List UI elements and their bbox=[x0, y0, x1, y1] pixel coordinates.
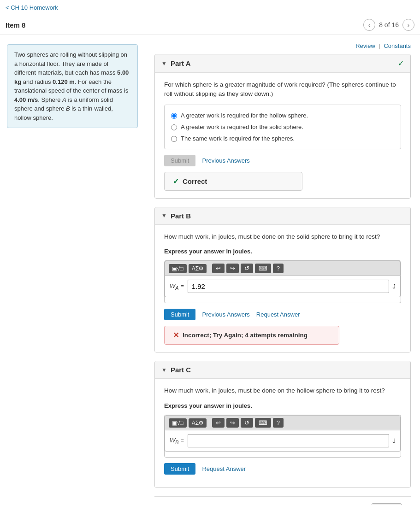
problem-description: Two spheres are rolling without slipping… bbox=[7, 44, 138, 128]
part-a-radio-2[interactable] bbox=[171, 136, 177, 142]
part-a-radio-0[interactable] bbox=[171, 113, 177, 119]
part-a-option-1-label: A greater work is required for the solid… bbox=[181, 123, 303, 130]
part-c-redo-button[interactable]: ↪ bbox=[226, 418, 239, 428]
part-a-title: Part A bbox=[171, 59, 191, 67]
part-b-math-btn-2[interactable]: ΑΣΦ bbox=[189, 264, 207, 273]
item-label: Item 8 bbox=[6, 21, 25, 29]
part-b-input-field[interactable] bbox=[188, 280, 389, 293]
part-b-math-btn-1[interactable]: ▣√□ bbox=[169, 264, 187, 273]
part-c-title: Part C bbox=[171, 366, 191, 374]
part-a-option-0-label: A greater work is required for the hollo… bbox=[181, 112, 308, 119]
part-b-redo-button[interactable]: ↪ bbox=[226, 264, 239, 273]
page-footer: Provide Feedback Next › bbox=[154, 496, 411, 505]
part-b-submit-button[interactable]: Submit bbox=[164, 309, 195, 320]
part-c-instruction: Express your answer in joules. bbox=[164, 401, 401, 411]
part-a-option-2-label: The same work is required for the sphere… bbox=[181, 135, 295, 142]
part-a-option-1[interactable]: A greater work is required for the solid… bbox=[171, 121, 394, 133]
part-b-keyboard-button[interactable]: ⌨ bbox=[255, 264, 271, 273]
prev-nav-button[interactable]: ‹ bbox=[363, 19, 375, 31]
part-a-options: A greater work is required for the hollo… bbox=[164, 105, 401, 149]
part-b-input-block: ▣√□ ΑΣΦ ↩ ↪ ↺ ⌨ ? WA = J bbox=[164, 260, 401, 303]
part-a-question: For which sphere is a greater magnitude … bbox=[164, 80, 401, 99]
part-c-request-answer-link[interactable]: Request Answer bbox=[202, 465, 246, 472]
constants-link[interactable]: Constants bbox=[384, 42, 411, 49]
part-c-section: ▼ Part C How much work, in joules, must … bbox=[154, 361, 411, 488]
part-b-feedback-text: Incorrect; Try Again; 4 attempts remaini… bbox=[183, 332, 308, 339]
part-c-input-block: ▣√□ ΑΣΦ ↩ ↪ ↺ ⌨ ? WB = J bbox=[164, 415, 401, 458]
part-c-submit-button[interactable]: Submit bbox=[164, 463, 195, 475]
part-a-previous-answers-link[interactable]: Previous Answers bbox=[202, 157, 249, 164]
part-c-help-button[interactable]: ? bbox=[273, 418, 284, 428]
pagination-text: 8 of 16 bbox=[379, 21, 399, 29]
part-c-input-area: WB = J bbox=[165, 430, 401, 452]
part-b-question: How much work, in joules, must be done o… bbox=[164, 232, 401, 241]
part-c-keyboard-button[interactable]: ⌨ bbox=[255, 418, 271, 428]
part-b-help-button[interactable]: ? bbox=[273, 264, 284, 273]
part-b-incorrect-box: ✕ Incorrect; Try Again; 4 attempts remai… bbox=[164, 326, 339, 345]
part-b-undo-button[interactable]: ↩ bbox=[212, 264, 225, 273]
part-c-unit: J bbox=[393, 437, 396, 444]
correct-checkmark-icon: ✓ bbox=[173, 177, 179, 186]
part-c-toolbar: ▣√□ ΑΣΦ ↩ ↪ ↺ ⌨ ? bbox=[165, 415, 401, 430]
part-b-request-answer-link[interactable]: Request Answer bbox=[256, 311, 300, 318]
part-b-previous-answers-link[interactable]: Previous Answers bbox=[202, 311, 249, 318]
part-a-collapse[interactable]: ▼ bbox=[161, 60, 167, 67]
part-a-option-0[interactable]: A greater work is required for the hollo… bbox=[171, 110, 394, 121]
back-link[interactable]: < CH 10 Homework bbox=[6, 4, 58, 11]
part-b-collapse[interactable]: ▼ bbox=[161, 212, 167, 219]
part-a-checkmark: ✓ bbox=[398, 59, 404, 68]
part-b-toolbar: ▣√□ ΑΣΦ ↩ ↪ ↺ ⌨ ? bbox=[165, 261, 401, 276]
part-b-title: Part B bbox=[171, 212, 191, 220]
part-c-question: How much work, in joules, must be done o… bbox=[164, 386, 401, 395]
review-separator: | bbox=[379, 42, 380, 49]
part-b-input-area: WA = J bbox=[165, 276, 401, 297]
part-b-input-label: WA = bbox=[170, 282, 184, 291]
part-a-correct-box: ✓ Correct bbox=[164, 172, 302, 191]
part-b-instruction: Express your answer in joules. bbox=[164, 247, 401, 256]
next-nav-button[interactable]: › bbox=[402, 19, 414, 31]
next-button[interactable]: Next › bbox=[372, 503, 402, 505]
part-b-section: ▼ Part B How much work, in joules, must … bbox=[154, 207, 411, 353]
part-a-radio-1[interactable] bbox=[171, 124, 177, 130]
part-c-undo-button[interactable]: ↩ bbox=[212, 418, 225, 428]
part-b-reset-button[interactable]: ↺ bbox=[241, 264, 253, 273]
part-c-reset-button[interactable]: ↺ bbox=[241, 418, 253, 428]
part-b-unit: J bbox=[393, 283, 396, 290]
incorrect-x-icon: ✕ bbox=[173, 331, 179, 340]
correct-text: Correct bbox=[183, 177, 207, 185]
part-c-input-field[interactable] bbox=[188, 434, 389, 447]
part-a-section: ▼ Part A ✓ For which sphere is a greater… bbox=[154, 54, 411, 199]
part-a-option-2[interactable]: The same work is required for the sphere… bbox=[171, 133, 394, 144]
part-c-collapse[interactable]: ▼ bbox=[161, 367, 167, 373]
part-c-input-label: WB = bbox=[170, 437, 184, 445]
part-a-submit-button[interactable]: Submit bbox=[164, 155, 195, 166]
part-c-math-btn-2[interactable]: ΑΣΦ bbox=[189, 418, 207, 428]
part-c-math-btn-1[interactable]: ▣√□ bbox=[169, 418, 187, 428]
review-link[interactable]: Review bbox=[355, 42, 375, 49]
